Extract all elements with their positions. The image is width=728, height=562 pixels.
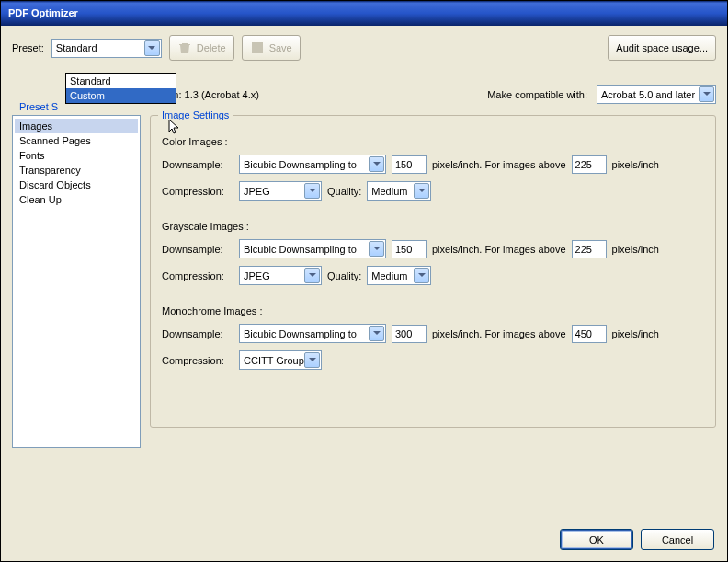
compat-combo[interactable]: Acrobat 5.0 and later: [597, 85, 716, 104]
save-label: Save: [269, 42, 292, 53]
gray-compression-combo[interactable]: JPEG: [239, 266, 322, 285]
color-compression-combo[interactable]: JPEG: [239, 181, 322, 201]
dialog-buttons: OK Cancel: [560, 529, 714, 550]
preset-combo[interactable]: Standard: [51, 39, 162, 58]
delete-label: Delete: [197, 42, 226, 53]
mono-downsample-combo[interactable]: Bicubic Downsampling to: [239, 324, 386, 343]
chevron-down-icon: [304, 352, 320, 368]
audit-space-button[interactable]: Audit space usage...: [608, 35, 716, 61]
downsample-label: Downsample:: [162, 244, 233, 255]
color-downsample-row: Downsample: Bicubic Downsampling to pixe…: [162, 155, 704, 174]
compat-label: Make compatible with:: [487, 89, 587, 100]
downsample-label: Downsample:: [162, 328, 233, 339]
gray-quality-combo[interactable]: Medium: [367, 266, 431, 285]
chevron-down-icon: [369, 241, 384, 257]
mono-compression-combo[interactable]: CCITT Group 4: [239, 350, 322, 370]
ok-button[interactable]: OK: [560, 529, 633, 550]
gray-downsample-combo[interactable]: Bicubic Downsampling to: [239, 239, 386, 258]
mono-images-header: Monochrome Images :: [162, 305, 704, 316]
delete-button[interactable]: Delete: [169, 35, 234, 61]
preset-label: Preset:: [12, 42, 44, 53]
sidebar-item-fonts[interactable]: Fonts: [15, 148, 138, 163]
color-dpi-input[interactable]: [392, 155, 427, 174]
compression-label: Compression:: [162, 355, 233, 366]
preset-settings-label: Preset S: [19, 101, 58, 112]
compression-label: Compression:: [162, 186, 233, 197]
save-button[interactable]: Save: [242, 35, 301, 61]
trash-icon: [177, 40, 192, 55]
sidebar-item-clean-up[interactable]: Clean Up: [15, 192, 138, 207]
color-compression-row: Compression: JPEG Quality: Medium: [162, 181, 704, 201]
px-label-2: pixels/inch: [612, 244, 659, 255]
cancel-button[interactable]: Cancel: [641, 529, 714, 550]
color-images-header: Color Images :: [162, 136, 704, 147]
chevron-down-icon: [144, 40, 160, 56]
sidebar-item-scanned-pages[interactable]: Scanned Pages: [15, 133, 138, 148]
grayscale-images-header: Grayscale Images :: [162, 221, 704, 232]
px-label-1: pixels/inch. For images above: [432, 159, 566, 170]
settings-panel: Image Settings Color Images : Downsample…: [150, 115, 716, 448]
dialog-window: PDF Optimizer Preset: Standard Delete Sa…: [0, 0, 728, 562]
mono-compression-row: Compression: CCITT Group 4: [162, 350, 704, 370]
color-quality-combo[interactable]: Medium: [367, 181, 431, 201]
mono-threshold-input[interactable]: [572, 325, 607, 343]
color-threshold-input[interactable]: [572, 155, 607, 174]
px-label-2: pixels/inch: [612, 159, 659, 170]
downsample-label: Downsample:: [162, 159, 233, 170]
gray-compression-row: Compression: JPEG Quality: Medium: [162, 266, 704, 285]
category-sidebar: Images Scanned Pages Fonts Transparency …: [12, 115, 141, 448]
chevron-down-icon: [699, 86, 714, 102]
mono-dpi-input[interactable]: [392, 325, 427, 343]
preset-option-custom[interactable]: Custom: [66, 88, 176, 103]
image-settings-group: Image Settings Color Images : Downsample…: [150, 115, 716, 428]
gray-downsample-row: Downsample: Bicubic Downsampling to pixe…: [162, 239, 704, 258]
chevron-down-icon: [304, 183, 320, 199]
gray-threshold-input[interactable]: [572, 240, 607, 258]
mono-downsample-row: Downsample: Bicubic Downsampling to pixe…: [162, 324, 704, 343]
sidebar-item-transparency[interactable]: Transparency: [15, 163, 138, 178]
preset-dropdown-list[interactable]: Standard Custom: [65, 73, 176, 104]
compat-value: Acrobat 5.0 and later: [601, 89, 695, 100]
px-label-1: pixels/inch. For images above: [432, 244, 566, 255]
client-area: Preset: Standard Delete Save Audit space…: [1, 26, 727, 561]
color-downsample-combo[interactable]: Bicubic Downsampling to: [239, 155, 386, 174]
quality-label: Quality:: [327, 270, 361, 281]
chevron-down-icon: [414, 268, 429, 283]
floppy-icon: [250, 40, 265, 55]
chevron-down-icon: [414, 183, 429, 199]
image-settings-legend: Image Settings: [158, 109, 233, 120]
sidebar-item-images[interactable]: Images: [15, 119, 138, 133]
compression-label: Compression:: [162, 270, 233, 281]
px-label-1: pixels/inch. For images above: [432, 328, 566, 339]
quality-label: Quality:: [327, 186, 361, 197]
px-label-2: pixels/inch: [612, 328, 659, 339]
top-row: Preset: Standard Delete Save Audit space…: [12, 35, 716, 61]
title-bar: PDF Optimizer: [1, 1, 727, 26]
gray-dpi-input[interactable]: [392, 240, 427, 258]
chevron-down-icon: [304, 268, 320, 283]
window-title: PDF Optimizer: [8, 7, 78, 18]
main-columns: Images Scanned Pages Fonts Transparency …: [12, 115, 716, 448]
preset-combo-value: Standard: [56, 42, 97, 53]
audit-label: Audit space usage...: [616, 42, 708, 53]
preset-option-standard[interactable]: Standard: [66, 74, 176, 88]
sidebar-item-discard-objects[interactable]: Discard Objects: [15, 178, 138, 192]
chevron-down-icon: [369, 326, 384, 341]
chevron-down-icon: [369, 156, 384, 172]
